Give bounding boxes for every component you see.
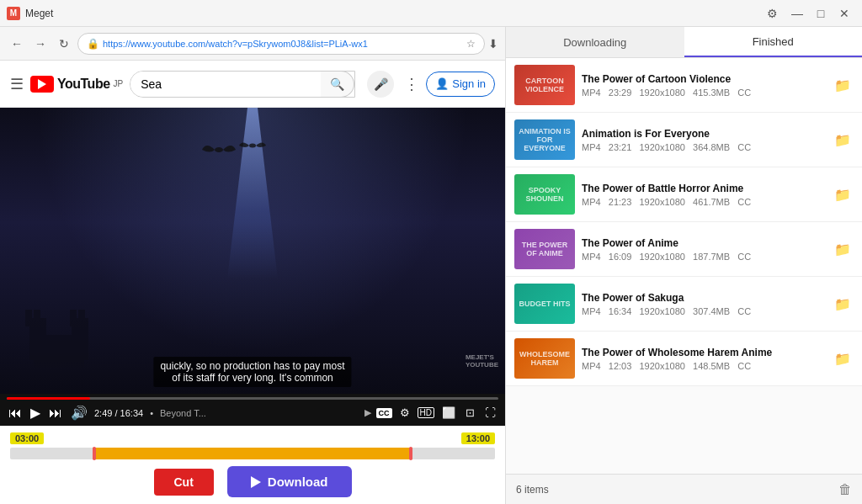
account-icon: 👤 (435, 77, 449, 90)
subtitle-line1: quickly, so no production has to pay mos… (160, 360, 344, 372)
download-label: Download (268, 475, 328, 489)
settings-icon[interactable]: ⚙ (761, 5, 783, 22)
cc-badge[interactable]: CC (376, 408, 392, 418)
download-info: The Power of Sakuga MP4 16:34 1920x1080 … (582, 292, 825, 316)
refresh-button[interactable]: ↻ (54, 34, 74, 54)
signin-button[interactable]: 👤 Sign in (426, 72, 495, 97)
download-info: The Power of Wholesome Harem Anime MP4 1… (582, 347, 825, 371)
more-options-icon[interactable]: ⋮ (404, 75, 419, 93)
open-folder-button[interactable]: 📁 (832, 293, 854, 315)
microphone-button[interactable]: 🎤 (367, 71, 394, 98)
tab-downloading[interactable]: Downloading (506, 27, 684, 57)
download-thumbnail: SPOOKY SHOUNEN (514, 174, 575, 215)
search-bar[interactable]: 🔍 (130, 71, 355, 98)
download-info: The Power of Cartoon Violence MP4 23:29 … (582, 73, 825, 98)
volume-button[interactable]: 🔊 (69, 403, 89, 422)
titlebar: M Meget ⚙ — □ ✕ (0, 0, 862, 27)
progress-played (7, 397, 90, 400)
download-title: The Power of Sakuga (582, 292, 825, 304)
svg-point-7 (215, 147, 223, 152)
download-thumbnail: BUDGET HITS (514, 284, 575, 324)
download-title: The Power of Battle Horror Anime (582, 183, 825, 194)
lock-icon: 🔒 (87, 38, 99, 50)
window-controls: — □ ✕ (786, 5, 855, 22)
hamburger-menu-icon[interactable]: ☰ (10, 75, 24, 93)
search-input[interactable] (130, 72, 321, 97)
download-thumbnail: THE POWER OF ANIME (514, 229, 575, 269)
trim-handle-right[interactable] (409, 447, 412, 460)
trim-buttons: Cut Download (10, 466, 495, 497)
open-folder-button[interactable]: 📁 (832, 129, 854, 151)
skip-forward-button[interactable]: ⏭ (47, 404, 64, 422)
app-title: Meget (25, 8, 761, 19)
back-button[interactable]: ← (7, 34, 27, 54)
open-folder-button[interactable]: 📁 (832, 238, 854, 260)
address-bar: ← → ↻ 🔒 https://www.youtube.com/watch?v=… (0, 27, 505, 61)
trim-start-marker: 03:00 (10, 432, 44, 444)
search-button[interactable]: 🔍 (321, 71, 354, 98)
download-thumbnail: ANIMATION IS FOR EVERYONE (514, 119, 575, 160)
minimize-button[interactable]: — (786, 5, 808, 22)
trim-handle-left[interactable] (93, 447, 96, 460)
download-info: The Power of Anime MP4 16:09 1920x1080 1… (582, 237, 825, 262)
download-title: The Power of Cartoon Violence (582, 73, 825, 85)
items-count: 6 items (516, 484, 549, 496)
download-button[interactable]: Download (227, 466, 352, 497)
list-item: BUDGET HITS The Power of Sakuga MP4 16:3… (506, 277, 862, 332)
maximize-button[interactable]: □ (810, 5, 832, 22)
miniplayer-button[interactable]: ⊡ (463, 405, 477, 421)
progress-bar[interactable] (7, 397, 498, 400)
trim-markers: 03:00 13:00 (10, 432, 495, 444)
bookmark-icon[interactable]: ☆ (466, 38, 476, 50)
next-label: ▶ (364, 407, 371, 418)
download-thumbnail: WHOLESOME HAREM (514, 338, 575, 379)
bat-silhouettes (202, 133, 269, 167)
close-button[interactable]: ✕ (833, 5, 855, 22)
download-info: Animation is For Everyone MP4 23:21 1920… (582, 128, 825, 152)
download-meta: MP4 23:21 1920x1080 364.8MB CC (582, 142, 825, 152)
open-folder-button[interactable]: 📁 (832, 347, 854, 369)
trim-end-marker: 13:00 (461, 432, 495, 444)
delete-all-button[interactable]: 🗑 (838, 482, 852, 497)
hd-badge: HD (418, 407, 434, 418)
video-controls: ⏮ ▶ ⏭ 🔊 2:49 / 16:34 • Beyond T... ▶ CC (0, 394, 505, 426)
trim-selected-range (93, 448, 412, 459)
video-watermark: MEJET'SYOUTUBE (466, 353, 498, 369)
fullscreen-button[interactable]: ⛶ (482, 405, 498, 421)
youtube-logo-text: YouTube (57, 77, 110, 92)
download-title: Animation is For Everyone (582, 128, 825, 140)
list-item: WHOLESOME HAREM The Power of Wholesome H… (506, 332, 862, 386)
list-item: THE POWER OF ANIME The Power of Anime MP… (506, 222, 862, 277)
download-meta: MP4 16:09 1920x1080 187.7MB CC (582, 252, 825, 262)
downloads-tabs: Downloading Finished (506, 27, 862, 58)
video-container: Animator - Hiroyuki Imaishi i (0, 108, 505, 426)
download-title: The Power of Anime (582, 237, 825, 249)
trim-track[interactable] (10, 448, 495, 459)
open-folder-button[interactable]: 📁 (832, 183, 854, 205)
svg-rect-5 (70, 310, 77, 326)
youtube-jp-label: JP (114, 79, 124, 88)
play-button[interactable]: ▶ (29, 403, 42, 422)
forward-button[interactable]: → (30, 34, 51, 54)
subtitle-overlay: quickly, so no production has to pay mos… (153, 357, 351, 387)
open-folder-button[interactable]: 📁 (832, 74, 854, 96)
download-meta: MP4 21:23 1920x1080 461.7MB CC (582, 197, 825, 207)
total-time: 16:34 (120, 408, 144, 418)
youtube-logo[interactable]: YouTube JP (30, 76, 123, 93)
cut-button[interactable]: Cut (154, 469, 214, 496)
url-bar[interactable]: 🔒 https://www.youtube.com/watch?v=pSkryw… (77, 33, 485, 55)
download-arrow-icon[interactable]: ⬇ (488, 37, 498, 50)
downloads-list: CARTOON VIOLENCE The Power of Cartoon Vi… (506, 58, 862, 474)
svg-point-8 (249, 144, 256, 148)
signin-label: Sign in (452, 77, 486, 90)
download-title: The Power of Wholesome Harem Anime (582, 347, 825, 358)
app-icon: M (7, 7, 20, 20)
skip-back-button[interactable]: ⏮ (7, 404, 24, 422)
theater-button[interactable]: ⬜ (439, 405, 458, 421)
video-frame: Animator - Hiroyuki Imaishi i (0, 108, 505, 426)
list-item: SPOOKY SHOUNEN The Power of Battle Horro… (506, 167, 862, 222)
settings-button[interactable]: ⚙ (397, 405, 412, 421)
youtube-play-icon (38, 79, 46, 89)
tab-finished[interactable]: Finished (684, 27, 863, 57)
download-meta: MP4 16:34 1920x1080 307.4MB CC (582, 306, 825, 316)
